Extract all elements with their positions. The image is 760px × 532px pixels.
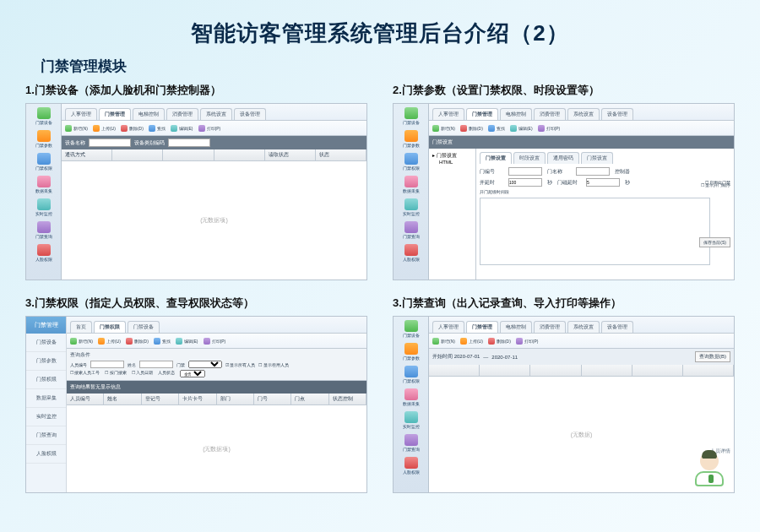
sidebar-item[interactable]: 数据采集	[399, 176, 423, 194]
subnav-item[interactable]: 数据采集	[26, 389, 66, 408]
sidebar-item[interactable]: 数据采集	[32, 176, 56, 194]
subnav-item[interactable]: 门禁权限	[26, 371, 66, 389]
tab[interactable]: 首页	[70, 321, 92, 333]
sidebar-item[interactable]: 数据采集	[399, 388, 423, 407]
search-button[interactable]: 查找	[154, 338, 171, 345]
menu-item[interactable]: 系统设置	[567, 321, 600, 333]
sidebar-item[interactable]: 门禁设备	[32, 107, 56, 126]
timeslot-textarea[interactable]	[480, 198, 710, 265]
sidebar-item[interactable]: 门禁权限	[399, 153, 423, 171]
page-title: 智能访客管理系统管理后台介绍（2）	[0, 0, 760, 48]
sidebar-item[interactable]: 门禁查询	[399, 434, 423, 453]
sidebar-item[interactable]: 人脸权限	[32, 244, 56, 263]
upload-button[interactable]: 上传(U)	[93, 125, 116, 132]
close-delay-input[interactable]	[586, 178, 620, 187]
delete-button[interactable]: 删除(D)	[460, 125, 483, 132]
print-button[interactable]: 打印(P)	[204, 338, 226, 345]
menu-item[interactable]: 人事管理	[432, 108, 464, 120]
panel-3-subnav: 门禁管理 门禁设备 门禁参数 门禁权限 数据采集 实时监控 门禁查询 人脸权限	[26, 317, 67, 492]
door-name-input[interactable]	[576, 167, 610, 176]
menu-item[interactable]: 电梯控制	[133, 108, 165, 120]
sidebar-item[interactable]: 门禁参数	[399, 130, 423, 149]
menu-item[interactable]: 门禁管理	[99, 108, 131, 120]
sidebar-item[interactable]: 人脸权限	[399, 244, 423, 263]
name-input[interactable]	[139, 361, 173, 368]
tree-root[interactable]: ▸ 门禁设置	[432, 152, 472, 160]
sidebar-item[interactable]: 实时监控	[399, 198, 423, 217]
edit-button[interactable]: 编辑(E)	[171, 125, 193, 132]
new-button[interactable]: 新增(N)	[432, 338, 455, 345]
sidebar-item[interactable]: 门禁权限	[399, 366, 423, 384]
menu-item[interactable]: 设备管理	[601, 321, 633, 333]
filter-input[interactable]	[89, 138, 131, 147]
new-button[interactable]: 新增(N)	[432, 125, 455, 132]
field-label: 门编号	[480, 168, 503, 176]
print-button[interactable]: 打印(P)	[198, 125, 221, 132]
search-button[interactable]: 查找	[149, 125, 166, 132]
empty-placeholder: (无数据)	[571, 431, 593, 439]
sidebar-item[interactable]: 门禁查询	[399, 221, 423, 240]
door-select[interactable]	[188, 361, 222, 368]
menu-item[interactable]: 电梯控制	[500, 108, 532, 120]
query-button[interactable]: 查询数据(B)	[695, 351, 730, 362]
new-button[interactable]: 新增(N)	[70, 338, 93, 345]
print-button[interactable]: 打印(P)	[538, 125, 561, 132]
menu-item[interactable]: 消费管理	[534, 321, 566, 333]
top-menu: 人事管理 门禁管理 电梯控制 消费管理 系统设置 设备管理	[62, 104, 366, 121]
print-button[interactable]: 打印(P)	[516, 338, 539, 345]
tab[interactable]: 门禁设备	[128, 321, 160, 333]
form-tab[interactable]: 通用密码	[547, 152, 579, 164]
open-delay-input[interactable]	[508, 178, 542, 187]
sidebar-item[interactable]: 人脸权限	[399, 457, 423, 475]
menu-item[interactable]: 人事管理	[65, 108, 97, 120]
field-label: 门名称	[547, 168, 571, 176]
subnav-item[interactable]: 实时监控	[26, 408, 66, 426]
delete-button[interactable]: 删除(D)	[488, 338, 511, 345]
edit-button[interactable]: 编辑(E)	[510, 125, 533, 132]
upload-button[interactable]: 上传(U)	[98, 338, 121, 345]
sidebar-item[interactable]: 实时监控	[32, 198, 56, 217]
status-select[interactable]: 全部	[180, 370, 205, 377]
menu-item[interactable]: 门禁管理	[466, 321, 498, 333]
new-button[interactable]: 新增(N)	[65, 125, 88, 132]
door-no-input[interactable]	[508, 167, 542, 176]
filter-input[interactable]	[168, 138, 210, 147]
menu-item[interactable]: 设备管理	[601, 108, 633, 120]
menu-item[interactable]: 消费管理	[166, 108, 198, 120]
subnav-item[interactable]: 门禁参数	[26, 352, 66, 371]
sidebar-item[interactable]: 门禁参数	[399, 343, 423, 361]
menu-item[interactable]: 门禁管理	[466, 108, 498, 120]
empty-placeholder: (无数据项)	[203, 445, 231, 453]
upload-button[interactable]: 上传(U)	[460, 338, 483, 345]
form-tab[interactable]: 门禁设置	[581, 152, 613, 164]
tab[interactable]: 门禁权限	[94, 321, 126, 333]
sidebar-item[interactable]: 门禁参数	[32, 130, 56, 149]
subnav-item[interactable]: 人脸权限	[26, 445, 66, 464]
emp-no-input[interactable]	[90, 361, 124, 368]
menu-item[interactable]: 电梯控制	[500, 321, 532, 333]
menu-item[interactable]: 人事管理	[432, 321, 464, 333]
sidebar-item[interactable]: 实时监控	[399, 411, 423, 430]
subnav-item[interactable]: 门禁设备	[26, 334, 66, 352]
menu-item[interactable]: 设备管理	[234, 108, 266, 120]
menu-item[interactable]: 消费管理	[534, 108, 566, 120]
sidebar-item[interactable]: 门禁查询	[32, 221, 56, 240]
section-title: 门禁管理模块	[41, 57, 760, 76]
menu-item[interactable]: 系统设置	[200, 108, 232, 120]
save-button[interactable]: 保存当前(S)	[699, 237, 730, 247]
delete-button[interactable]: 删除(D)	[121, 125, 144, 132]
subnav-item[interactable]: 门禁查询	[26, 426, 66, 445]
sidebar-item[interactable]: 门禁权限	[32, 153, 56, 171]
form-tab[interactable]: 时段设置	[513, 152, 546, 164]
delete-button[interactable]: 删除(D)	[126, 338, 149, 345]
column-header	[112, 149, 163, 160]
panel-2-screenshot: 门禁设备 门禁参数 门禁权限 数据采集 实时监控 门禁查询 人脸权限 人事管理 …	[393, 103, 735, 280]
menu-item[interactable]: 系统设置	[567, 108, 600, 120]
sidebar-item[interactable]: 门禁设备	[399, 107, 423, 126]
sidebar-item[interactable]: 门禁设备	[399, 320, 423, 339]
edit-button[interactable]: 编辑(E)	[176, 338, 198, 345]
tree-child[interactable]: HTML	[432, 160, 472, 165]
form-tab[interactable]: 门禁设置	[480, 152, 512, 164]
search-button[interactable]: 查找	[488, 125, 505, 132]
tree-panel: ▸ 门禁设置 HTML	[429, 149, 476, 280]
